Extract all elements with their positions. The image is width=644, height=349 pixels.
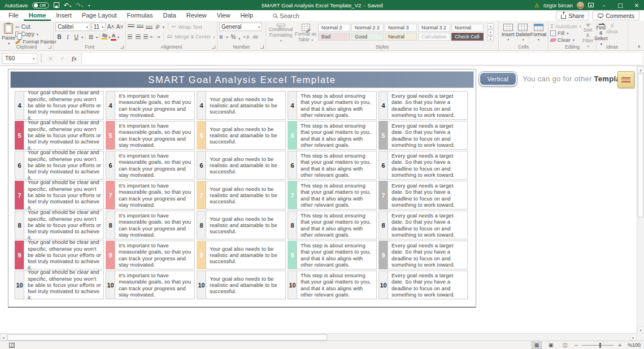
customize-qat-icon[interactable]: ▾ — [88, 3, 90, 7]
cell-measurable-row5-number[interactable]: 5 — [106, 121, 115, 150]
comma-style-icon[interactable]: , — [238, 33, 240, 40]
cut-button[interactable]: ✂Cut — [15, 24, 56, 30]
zoom-level[interactable]: %100 — [626, 342, 641, 348]
autosave-toggle[interactable]: Off — [32, 2, 49, 8]
cell-measurable-row5-text[interactable]: It's important to have measurable goals,… — [115, 121, 195, 150]
cell-measurable-row8-number[interactable]: 8 — [106, 211, 115, 239]
horizontal-scrollbar[interactable]: ◂ ▸ — [0, 333, 637, 341]
cell-relevant-row10-text[interactable]: This step is about ensuring that your go… — [297, 271, 377, 299]
style-check-cell[interactable]: Check Cell — [451, 33, 484, 41]
cell-attainable-row10-number[interactable]: 10 — [197, 271, 206, 299]
decrease-indent-icon[interactable]: ⇤ — [150, 34, 154, 40]
style-bad[interactable]: Bad — [318, 33, 350, 41]
ribbon-display-options-icon[interactable] — [588, 3, 594, 7]
cell-relevant-row8-number[interactable]: 8 — [288, 211, 297, 239]
cell-specific-row5-number[interactable]: 5 — [15, 121, 24, 150]
increase-indent-icon[interactable]: ⇥ — [156, 34, 160, 40]
cell-attainable-row7-number[interactable]: 7 — [197, 181, 206, 210]
save-icon[interactable] — [54, 2, 59, 8]
cell-specific-row6-number[interactable]: 6 — [15, 151, 24, 180]
cell-specific-row10-number[interactable]: 10 — [15, 271, 24, 299]
search-box[interactable]: Search — [273, 12, 299, 19]
style-calculation[interactable]: Calculation — [418, 33, 450, 41]
cell-attainable-row5-text[interactable]: Your goal also needs to be realistic and… — [206, 121, 286, 150]
tab-insert[interactable]: Insert — [51, 10, 77, 21]
cell-attainable-row7-text[interactable]: Your goal also needs to be realistic and… — [206, 181, 286, 210]
name-box[interactable]: T60 ▾ — [2, 53, 37, 64]
cell-attainable-row6-number[interactable]: 6 — [197, 151, 206, 180]
fill-color-dropdown-icon[interactable]: ▾ — [108, 35, 110, 39]
fill-color-button[interactable] — [102, 34, 107, 40]
underline-dropdown-icon[interactable]: ▾ — [81, 35, 83, 39]
grow-font-button[interactable]: A˄ — [107, 23, 115, 31]
sort-filter-button[interactable]: Sort & Filter ▾ — [582, 23, 593, 43]
align-top-icon[interactable] — [128, 24, 134, 29]
cell-measurable-row10-number[interactable]: 10 — [106, 271, 115, 299]
cell-measurable-row6-text[interactable]: It's important to have measurable goals,… — [115, 151, 195, 180]
cell-time_bound-row8-text[interactable]: Every goal needs a target date. So that … — [388, 211, 468, 239]
cell-attainable-row4-text[interactable]: Your goal also needs to be realistic and… — [206, 91, 286, 120]
cell-time_bound-row4-text[interactable]: Every goal needs a target date. So that … — [388, 91, 468, 120]
ideas-button[interactable]: ⚡ Ideas — [601, 23, 624, 43]
cell-specific-row4-number[interactable]: 4 — [15, 91, 24, 120]
cell-attainable-row9-number[interactable]: 9 — [197, 241, 206, 269]
share-button[interactable]: Share — [556, 11, 589, 20]
style-neutral[interactable]: Neutral — [385, 33, 417, 41]
cell-relevant-row6-number[interactable]: 6 — [288, 151, 297, 180]
tab-data[interactable]: Data — [158, 10, 181, 21]
cell-specific-row7-text[interactable]: Your goal should be clear and specific, … — [24, 181, 104, 210]
undo-dropdown-icon[interactable]: ▾ — [69, 4, 71, 8]
cell-time_bound-row7-text[interactable]: Every goal needs a target date. So that … — [388, 181, 468, 210]
cell-relevant-row7-text[interactable]: This step is about ensuring that your go… — [297, 181, 377, 210]
insert-cells-button[interactable]: Insert ▾ — [501, 23, 516, 43]
cell-attainable-row8-number[interactable]: 8 — [197, 211, 206, 239]
cell-specific-row7-number[interactable]: 7 — [15, 181, 24, 210]
cell-measurable-row10-text[interactable]: It's important to have measurable goals,… — [115, 271, 195, 299]
scroll-up-icon[interactable]: ▴ — [637, 66, 644, 73]
cell-measurable-row4-number[interactable]: 4 — [106, 91, 115, 120]
style-normal[interactable]: Normal — [451, 24, 484, 32]
cell-time_bound-row10-number[interactable]: 10 — [378, 271, 388, 299]
cell-specific-row4-text[interactable]: Your goal should be clear and specific, … — [24, 91, 104, 120]
format-as-table-button[interactable]: Format as Table ▾ — [294, 23, 317, 43]
shrink-font-button[interactable]: A˅ — [116, 23, 124, 31]
undo-button[interactable]: ↶▾ — [64, 2, 71, 8]
cell-relevant-row6-text[interactable]: This step is about ensuring that your go… — [297, 151, 377, 180]
template-thumbnail-icon[interactable] — [617, 71, 634, 88]
borders-icon[interactable]: ⊞ — [87, 33, 95, 41]
cell-time_bound-row5-number[interactable]: 5 — [378, 121, 388, 150]
cell-specific-row9-number[interactable]: 9 — [15, 241, 24, 269]
cell-attainable-row5-number[interactable]: 5 — [197, 121, 206, 150]
cell-measurable-row9-text[interactable]: It's important to have measurable goals,… — [115, 241, 195, 269]
page-break-view-button[interactable]: ◫ — [560, 342, 570, 349]
restore-button[interactable]: □ — [614, 0, 626, 10]
number-format-select[interactable]: General▾ — [219, 23, 262, 31]
tab-formulas[interactable]: Formulas — [122, 10, 158, 21]
vertical-button[interactable]: Vertical — [479, 72, 517, 86]
enter-icon[interactable]: ✓ — [58, 53, 67, 64]
warning-icon[interactable]: ⚠ — [534, 2, 539, 8]
cell-relevant-row9-number[interactable]: 9 — [288, 241, 297, 269]
copy-button[interactable]: Copy▾ — [15, 31, 56, 37]
borders-dropdown-icon[interactable]: ▾ — [96, 35, 98, 39]
accounting-dropdown-icon[interactable]: ▾ — [226, 35, 228, 39]
close-button[interactable]: × — [630, 0, 643, 10]
cell-measurable-row7-text[interactable]: It's important to have measurable goals,… — [115, 181, 195, 210]
style-good[interactable]: Good — [351, 33, 384, 41]
cell-measurable-row8-text[interactable]: It's important to have measurable goals,… — [115, 211, 195, 239]
underline-button[interactable]: U — [72, 33, 80, 41]
decrease-decimal-icon[interactable]: .00 — [252, 34, 258, 40]
cell-relevant-row5-text[interactable]: This step is about ensuring that your go… — [297, 121, 377, 150]
merge-center-button[interactable]: Merge & Center — [175, 34, 211, 40]
cell-relevant-row4-number[interactable]: 4 — [288, 91, 297, 120]
cell-relevant-row9-text[interactable]: This step is about ensuring that your go… — [297, 241, 377, 269]
font-family-select[interactable]: Calibri▾ — [55, 23, 90, 31]
normal-view-button[interactable]: ▦ — [532, 342, 542, 349]
tab-home[interactable]: Home — [24, 10, 51, 21]
tab-view[interactable]: View — [212, 10, 236, 21]
cell-time_bound-row8-number[interactable]: 8 — [378, 211, 388, 239]
zoom-out-icon[interactable]: − — [574, 342, 578, 348]
cell-time_bound-row9-number[interactable]: 9 — [378, 241, 388, 269]
cell-time_bound-row6-text[interactable]: Every goal needs a target date. So that … — [388, 151, 468, 180]
gallery-scroll-up-icon[interactable]: ▴ — [488, 23, 494, 29]
